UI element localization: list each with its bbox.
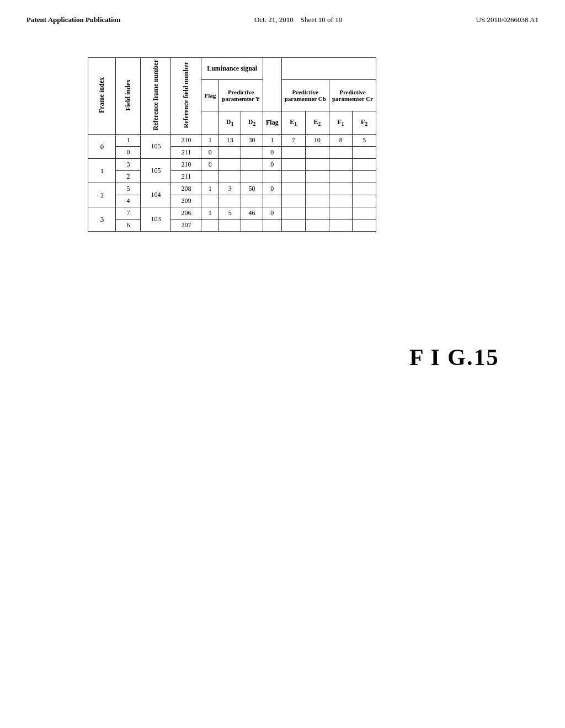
cell-d1 <box>219 171 241 183</box>
cell-f2 <box>353 171 376 183</box>
cell-field-index: 1 <box>116 135 141 147</box>
cell-e1 <box>281 183 305 195</box>
cell-field-index: 7 <box>116 207 141 220</box>
header-date-sheet: Oct. 21, 2010 Sheet 10 of 10 <box>254 15 342 24</box>
col-e2: E2 <box>305 111 329 135</box>
cell-ref-frame: 105 <box>141 159 171 183</box>
col-lum-flag-header: Flag <box>201 80 219 111</box>
cell-d2 <box>241 147 263 159</box>
cell-e2 <box>305 183 329 195</box>
cell-field-index: 0 <box>116 147 141 159</box>
fig-label-text: F I G.15 <box>409 345 499 370</box>
cell-f1 <box>329 159 353 171</box>
cell-ref-field: 206 <box>171 207 201 220</box>
cell-d2 <box>241 171 263 183</box>
cell-e1 <box>281 207 305 220</box>
cell-field-index: 5 <box>116 183 141 195</box>
cell-e2 <box>305 220 329 232</box>
cell-frame-index: 2 <box>88 183 116 207</box>
cell-d1 <box>219 195 241 207</box>
col-frame-index: Frame index <box>88 58 116 135</box>
table-row: 2211 <box>88 171 376 183</box>
table-row: 021100 <box>88 147 376 159</box>
cell-e1: 7 <box>281 135 305 147</box>
col-color-flag-label: Flag <box>263 111 281 135</box>
cell-d1 <box>219 220 241 232</box>
cell-d2 <box>241 220 263 232</box>
cell-color-flag: 0 <box>263 147 281 159</box>
header-row-1: Frame index Field index Reference frame … <box>88 58 376 80</box>
cell-d2 <box>241 195 263 207</box>
cell-f2 <box>353 207 376 220</box>
cell-ref-field: 210 <box>171 135 201 147</box>
cell-e2 <box>305 171 329 183</box>
col-lum-pred: Predictiveparamemter Y <box>219 80 263 111</box>
cell-field-index: 4 <box>116 195 141 207</box>
col-f2: F2 <box>353 111 376 135</box>
col-ref-frame: Reference frame number <box>141 58 171 135</box>
page-header: Patent Application Publication Oct. 21, … <box>0 0 565 35</box>
cell-frame-index: 0 <box>88 135 116 159</box>
col-field-index: Field index <box>116 58 141 135</box>
cell-field-index: 6 <box>116 220 141 232</box>
cell-ref-field: 207 <box>171 220 201 232</box>
cell-field-index: 3 <box>116 159 141 171</box>
table-body: 0110521011330171085021100131052100022112… <box>88 135 376 232</box>
cell-e1 <box>281 147 305 159</box>
col-e1: E1 <box>281 111 305 135</box>
col-f1: F1 <box>329 111 353 135</box>
header-patent-number: US 2010/0266038 A1 <box>476 15 539 24</box>
cell-color-flag: 1 <box>263 135 281 147</box>
cell-f2 <box>353 159 376 171</box>
figure-label: F I G.15 <box>409 223 499 371</box>
cell-d2: 50 <box>241 183 263 195</box>
cell-lum-flag: 1 <box>201 135 219 147</box>
header-date: Oct. 21, 2010 <box>254 15 294 24</box>
cell-f1 <box>329 147 353 159</box>
cell-e2 <box>305 147 329 159</box>
cell-e2 <box>305 207 329 220</box>
main-table: Frame index Field index Reference frame … <box>88 57 376 232</box>
cell-ref-frame: 104 <box>141 183 171 207</box>
cell-d2: 30 <box>241 135 263 147</box>
cell-f1 <box>329 195 353 207</box>
col-color-signal <box>281 58 376 80</box>
cell-f2 <box>353 220 376 232</box>
col-lum-signal: Luminance signal <box>201 58 263 80</box>
cell-lum-flag: 0 <box>201 159 219 171</box>
cell-f1 <box>329 171 353 183</box>
cell-lum-flag: 1 <box>201 183 219 195</box>
cell-ref-frame: 103 <box>141 207 171 232</box>
cell-color-flag <box>263 220 281 232</box>
table-container: Frame index Field index Reference frame … <box>88 57 376 232</box>
cell-frame-index: 3 <box>88 207 116 232</box>
table-row: 1310521000 <box>88 159 376 171</box>
cell-e2: 10 <box>305 135 329 147</box>
cell-e1 <box>281 220 305 232</box>
col-color-flag-header <box>263 58 281 111</box>
header-sheet: Sheet 10 of 10 <box>301 15 342 24</box>
table-row: 2510420813500 <box>88 183 376 195</box>
cell-color-flag: 0 <box>263 159 281 171</box>
cell-lum-flag <box>201 220 219 232</box>
cell-e1 <box>281 195 305 207</box>
cell-e2 <box>305 159 329 171</box>
cell-ref-field: 209 <box>171 195 201 207</box>
table-row: 0110521011330171085 <box>88 135 376 147</box>
cell-e1 <box>281 159 305 171</box>
col-d2: D2 <box>241 111 263 135</box>
cell-d2: 46 <box>241 207 263 220</box>
table-row: 3710320615460 <box>88 207 376 220</box>
cell-e2 <box>305 195 329 207</box>
cell-f1 <box>329 220 353 232</box>
cell-d1 <box>219 147 241 159</box>
cell-e1 <box>281 171 305 183</box>
cell-f1: 8 <box>329 135 353 147</box>
cell-f2: 5 <box>353 135 376 147</box>
cell-ref-field: 211 <box>171 171 201 183</box>
cell-f1 <box>329 207 353 220</box>
cell-ref-frame: 105 <box>141 135 171 159</box>
cell-ref-field: 210 <box>171 159 201 171</box>
header-publication: Patent Application Publication <box>26 15 120 24</box>
cell-ref-field: 208 <box>171 183 201 195</box>
